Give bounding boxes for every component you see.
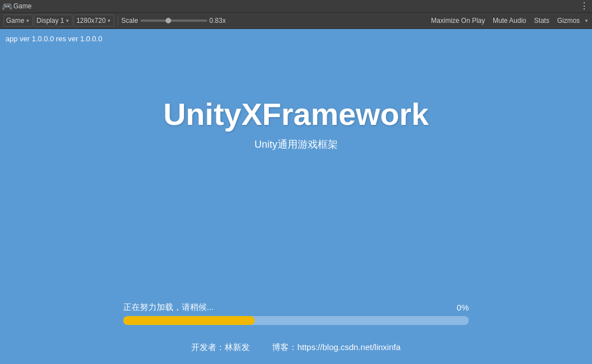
- scale-control: Scale 0.83x: [122, 17, 230, 25]
- gizmos-dropdown-arrow: ▼: [584, 18, 589, 23]
- scale-label: Scale: [122, 17, 138, 25]
- scale-slider[interactable]: [140, 20, 207, 22]
- game-subtitle: Unity通用游戏框架: [254, 138, 337, 151]
- game-title: UnityXFramework: [163, 96, 429, 132]
- resolution-dropdown-arrow: ▼: [107, 18, 111, 23]
- gizmos-label: Gizmos: [554, 16, 583, 26]
- toolbar: Game ▼ Display 1 ▼ 1280x720 ▼ Scale 0.83…: [0, 12, 592, 29]
- maximize-on-play-button[interactable]: Maximize On Play: [428, 16, 488, 26]
- display-dropdown-arrow: ▼: [65, 18, 70, 23]
- scale-value: 0.83x: [210, 17, 230, 25]
- game-dropdown-label: Game: [6, 17, 25, 25]
- resolution-dropdown[interactable]: 1280x720 ▼: [74, 14, 114, 27]
- resolution-dropdown-label: 1280x720: [76, 17, 106, 25]
- toolbar-divider-1: [118, 15, 118, 26]
- tab-bar: 🎮 Game ⋮: [0, 0, 592, 12]
- mute-audio-button[interactable]: Mute Audio: [489, 16, 530, 26]
- blog-label: 博客：https://blog.csdn.net/linxinfa: [272, 342, 400, 353]
- loading-text-row: 正在努力加载，请稍候... 0%: [123, 302, 469, 313]
- gizmos-control[interactable]: Gizmos ▼: [554, 16, 589, 26]
- scale-thumb: [166, 18, 171, 23]
- display-dropdown-label: Display 1: [37, 17, 64, 25]
- loading-percent: 0%: [457, 303, 469, 312]
- developer-label: 开发者：林新发: [191, 342, 250, 353]
- game-tab-label[interactable]: Game: [13, 2, 32, 10]
- loading-text: 正在努力加载，请稍候...: [123, 302, 214, 313]
- loading-bar-fill: [123, 316, 255, 325]
- loading-bar-background: [123, 316, 469, 325]
- version-text: app ver 1.0.0.0 res ver 1.0.0.0: [6, 35, 102, 43]
- game-dropdown-arrow: ▼: [26, 18, 30, 23]
- game-tab-icon: 🎮: [3, 2, 11, 10]
- game-viewport: app ver 1.0.0.0 res ver 1.0.0.0 UnityXFr…: [0, 29, 592, 364]
- loading-container: 正在努力加载，请稍候... 0%: [123, 302, 469, 325]
- display-dropdown[interactable]: Display 1 ▼: [34, 14, 72, 27]
- stats-button[interactable]: Stats: [531, 16, 552, 26]
- tab-menu-button[interactable]: ⋮: [580, 2, 589, 11]
- game-dropdown[interactable]: Game ▼: [3, 14, 33, 27]
- developer-info: 开发者：林新发 博客：https://blog.csdn.net/linxinf…: [191, 342, 400, 353]
